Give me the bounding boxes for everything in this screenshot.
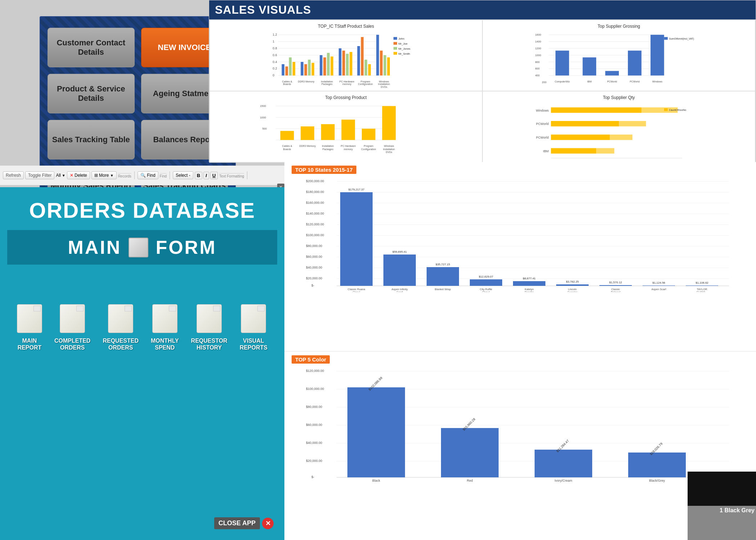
svg-rect-114 — [551, 121, 619, 126]
close-app-x-icon[interactable]: ✕ — [262, 518, 274, 529]
svg-rect-83 — [664, 37, 668, 40]
top5-colors-chart: $120,000.00 $100,000.00 $80,000.00 $60,0… — [292, 366, 749, 489]
svg-text:Configuration: Configuration — [361, 148, 376, 151]
svg-text:Windows: Windows — [379, 80, 390, 83]
svg-rect-37 — [387, 57, 390, 75]
svg-text:$1,124.56: $1,124.56 — [652, 281, 665, 284]
svg-rect-31 — [361, 37, 364, 76]
requested-orders-icon[interactable]: REQUESTEDORDERS — [103, 304, 139, 351]
svg-text:$120,000.00: $120,000.00 — [306, 222, 324, 226]
toggle-filter-btn[interactable]: Toggle Filter — [25, 171, 54, 179]
svg-text:Mr_Joe: Mr_Joe — [399, 42, 408, 45]
main-report-icon[interactable]: MAINREPORT — [17, 304, 42, 351]
svg-text:$200,000.00: $200,000.00 — [306, 179, 324, 183]
records-group: Refresh Toggle Filter All ▼ ✕ Delete ⊞ M… — [3, 171, 135, 179]
italic-btn[interactable]: I — [203, 172, 209, 179]
svg-rect-14 — [282, 64, 284, 75]
visual-reports-icon[interactable]: VISUALREPORTS — [240, 304, 267, 351]
delete-btn[interactable]: ✕ Delete — [67, 171, 90, 179]
svg-rect-74 — [582, 57, 596, 75]
completed-orders-label: COMPLETEDORDERS — [54, 337, 90, 351]
svg-text:Installation: Installation — [322, 145, 334, 147]
svg-text:Installation: Installation — [383, 148, 395, 150]
svg-text:1500: 1500 — [260, 104, 266, 108]
svg-text:Windows: Windows — [652, 80, 663, 83]
svg-rect-50 — [393, 37, 397, 40]
bold-btn[interactable]: B — [195, 172, 202, 179]
svg-text:Ivory/Cream: Ivory/Cream — [554, 479, 572, 482]
svg-text:PC Hardware: PC Hardware — [339, 80, 355, 83]
refresh-btn[interactable]: Refresh — [3, 171, 24, 179]
svg-rect-23 — [323, 57, 326, 75]
refresh-section: Refresh — [3, 171, 24, 179]
underline-btn[interactable]: U — [210, 172, 218, 179]
svg-rect-54 — [393, 47, 397, 50]
svg-rect-120 — [551, 148, 596, 153]
svg-text:0.8: 0.8 — [273, 46, 277, 50]
requestor-history-label: REQUESTORHISTORY — [191, 337, 228, 351]
customer-contact-btn[interactable]: Customer Contact Details — [48, 28, 135, 67]
top5-colors-section: TOP 5 Color $120,000.00 $100,000.00 $80,… — [284, 351, 756, 540]
svg-rect-30 — [357, 46, 360, 76]
svg-rect-21 — [311, 63, 314, 76]
svg-text:500: 500 — [262, 127, 267, 130]
requestor-history-icon[interactable]: REQUESTORHISTORY — [191, 304, 228, 351]
svg-rect-97 — [382, 106, 396, 140]
svg-text:Cables &: Cables & — [282, 145, 292, 147]
svg-text:800: 800 — [535, 60, 540, 64]
svg-rect-117 — [551, 135, 609, 140]
svg-text:Windows: Windows — [536, 109, 549, 112]
main-label: MAIN — [68, 237, 122, 258]
monthly-spend-icon[interactable]: MONTHLYSPEND — [151, 304, 179, 351]
svg-rect-201 — [535, 450, 592, 477]
svg-rect-96 — [362, 129, 375, 140]
svg-rect-52 — [393, 42, 397, 45]
svg-text:Installation: Installation — [378, 83, 390, 85]
svg-rect-197 — [347, 387, 405, 477]
close-app-btn[interactable]: CLOSE APP ✕ — [214, 517, 274, 529]
chart1-svg: 1.2 1 0.8 0.6 0.4 0.2 0 — [213, 30, 478, 91]
svg-rect-19 — [304, 64, 307, 75]
chart4-svg: Windows PCWorld PCWorld IBM Caunt — [486, 102, 751, 162]
svg-text:Black/Grey: Black/Grey — [649, 479, 665, 482]
svg-text:PCWorld: PCWorld — [536, 122, 549, 126]
svg-text:$179,217.37: $179,217.37 — [348, 188, 365, 191]
svg-rect-34 — [376, 35, 379, 76]
find-btn[interactable]: 🔍 Find — [138, 171, 158, 179]
svg-text:$1,106.62: $1,106.62 — [696, 281, 708, 284]
svg-text:$100,000.00: $100,000.00 — [306, 387, 324, 391]
completed-orders-icon[interactable]: COMPLETEDORDERS — [54, 304, 90, 351]
visual-reports-icon-box — [241, 304, 266, 333]
svg-text:John: John — [399, 37, 404, 40]
nav-icons-row: MAINREPORT COMPLETEDORDERS REQUESTEDORDE… — [0, 283, 284, 358]
monthly-spend-label: MONTHLYSPEND — [151, 337, 179, 351]
sales-tracking-table-btn[interactable]: Sales Tracking Table — [48, 120, 135, 159]
svg-text:$80,000.00: $80,000.00 — [306, 405, 322, 409]
svg-rect-35 — [380, 51, 383, 76]
form-icon — [129, 238, 148, 257]
svg-text:PCWorld: PCWorld — [536, 136, 549, 139]
search-icon: 🔍 — [140, 173, 146, 178]
text-formatting-label: Text Formatting — [219, 173, 244, 178]
svg-rect-147 — [340, 192, 373, 286]
svg-text:$-: $- — [311, 475, 314, 479]
svg-text:memory: memory — [344, 148, 353, 151]
svg-rect-28 — [346, 54, 349, 75]
select-dropdown-btn[interactable]: Select - — [173, 171, 193, 179]
svg-text:1000: 1000 — [535, 54, 541, 57]
svg-rect-111 — [551, 107, 641, 113]
more-btn[interactable]: ⊞ More ▼ — [91, 171, 117, 179]
svg-rect-149 — [383, 255, 416, 286]
svg-rect-203 — [628, 453, 686, 477]
svg-text:$40,000.00: $40,000.00 — [306, 266, 322, 269]
find-section-label: Find — [160, 173, 167, 178]
chart3-title: Top Grossing Product — [213, 95, 478, 100]
find-group: 🔍 Find Find — [138, 171, 170, 179]
svg-text:$3,782.25: $3,782.25 — [566, 280, 579, 283]
svg-text:1000: 1000 — [260, 116, 266, 119]
product-service-btn[interactable]: Product & Service Details — [48, 74, 135, 113]
top10-states-section: TOP 10 States 2015-17 $200,000.00 $180,0… — [284, 162, 756, 350]
svg-text:DVDs: DVDs — [386, 151, 392, 153]
svg-text:Blanket Wrap: Blanket Wrap — [435, 288, 451, 291]
svg-rect-22 — [320, 55, 323, 76]
